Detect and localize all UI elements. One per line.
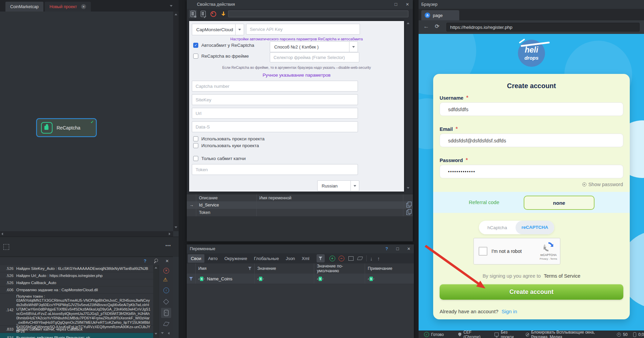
- project-tab-new-project[interactable]: Новый проект ✕: [45, 2, 91, 12]
- frame-selector-input[interactable]: [270, 52, 359, 62]
- url-input[interactable]: [446, 23, 640, 32]
- brush-icon[interactable]: [163, 322, 169, 326]
- info-filter-icon[interactable]: i: [163, 287, 169, 293]
- row-variable-cell[interactable]: [257, 201, 403, 209]
- language-dropdown[interactable]: Russian: [317, 180, 359, 191]
- project-tab-coinmarketcap[interactable]: CoinMarketcap: [5, 2, 43, 12]
- close-icon[interactable]: ✕: [165, 259, 169, 263]
- terms-of-service-link[interactable]: Terms of Service: [544, 273, 580, 279]
- more-options-icon[interactable]: •••: [165, 243, 171, 248]
- row-variable-cell[interactable]: [257, 209, 403, 216]
- close-icon[interactable]: ✕: [406, 2, 409, 7]
- signin-link[interactable]: Sign in: [502, 309, 517, 314]
- log-entry-selected[interactable]: .834Выполняю действия Plugin Результат: …: [0, 333, 153, 338]
- tab-hcaptcha[interactable]: hCaptcha: [479, 225, 516, 230]
- tab-auto[interactable]: Авто: [205, 254, 221, 263]
- service-api-key-input[interactable]: [246, 24, 360, 35]
- tab-xml[interactable]: Xml: [299, 254, 312, 263]
- mapping-row-token[interactable]: Token: [187, 209, 413, 217]
- remove-variable-icon[interactable]: −: [339, 256, 344, 261]
- frame-checkbox[interactable]: [193, 54, 198, 59]
- close-icon[interactable]: ✕: [407, 246, 410, 251]
- auto-parse-settings-link[interactable]: Настройки автоматического парсинга парам…: [189, 37, 404, 41]
- record-icon[interactable]: [209, 10, 217, 18]
- data-s-input[interactable]: [192, 121, 358, 132]
- column-note[interactable]: Примечание: [365, 263, 414, 274]
- export-icon[interactable]: ↑: [377, 256, 380, 261]
- frame-icon[interactable]: [348, 256, 354, 261]
- pin-icon[interactable]: [154, 258, 159, 263]
- tab-list-chevron-icon[interactable]: [170, 5, 173, 7]
- password-input[interactable]: [440, 165, 623, 178]
- maximize-icon[interactable]: □: [395, 2, 397, 7]
- log-entry[interactable]: .526Найден Callback_Auto: [0, 279, 153, 286]
- help-icon[interactable]: ?: [385, 246, 388, 251]
- back-icon[interactable]: ←: [423, 23, 429, 30]
- referral-code-box[interactable]: none: [524, 196, 595, 210]
- add-variable-icon[interactable]: +: [329, 256, 335, 261]
- variable-value-cell[interactable]: abc: [255, 274, 314, 284]
- log-entry[interactable]: .606Отправляю задание на : CapMonsterClo…: [0, 286, 153, 294]
- errors-filter-icon[interactable]: ✕: [163, 268, 169, 274]
- form-vscrollbar[interactable]: [405, 21, 411, 192]
- properties-view-icon[interactable]: [189, 10, 197, 18]
- log-entry-token[interactable]: .142 Получен токен : 03ANYolqtMN1TX3GCRl…: [0, 294, 153, 326]
- tab-json[interactable]: Json: [283, 254, 298, 263]
- tab-own[interactable]: Свои: [188, 254, 204, 263]
- warnings-filter-icon[interactable]: ⚠: [163, 277, 167, 283]
- use-cookies-checkbox[interactable]: [193, 143, 198, 148]
- tab-environment[interactable]: Окружение: [221, 254, 250, 263]
- scroll-down-icon[interactable]: [161, 332, 164, 334]
- variable-default-cell[interactable]: abc: [314, 274, 365, 284]
- filter-icon[interactable]: [317, 254, 325, 262]
- recaptcha-links[interactable]: Privacy - Terms: [538, 257, 559, 260]
- manual-params-link[interactable]: Ручное указывание параметров: [189, 73, 404, 78]
- fill-icon[interactable]: [163, 299, 169, 305]
- tab-recaptcha[interactable]: reCAPTCHA: [516, 221, 554, 234]
- collapse-icon[interactable]: [168, 332, 169, 335]
- help-icon[interactable]: ?: [144, 258, 146, 263]
- copy-icon[interactable]: [406, 211, 410, 215]
- status-engine[interactable]: CEF (Chrome): [458, 330, 485, 338]
- submit-only-checkbox[interactable]: [193, 156, 198, 161]
- sitekey-input[interactable]: [192, 94, 358, 105]
- method-dropdown[interactable]: Способ №2 ( Кэлбек ): [270, 41, 358, 52]
- copy-icon[interactable]: [406, 203, 410, 207]
- recaptcha-action-node[interactable]: ReCaptcha ✓: [36, 118, 97, 137]
- username-input[interactable]: [440, 102, 623, 116]
- autosubmit-checkbox[interactable]: ✓: [193, 43, 198, 48]
- device-log-icon[interactable]: [161, 308, 171, 318]
- status-blocking[interactable]: Блокировать Всплывающие окна, Реклама, М…: [526, 330, 611, 338]
- flowchart-canvas[interactable]: ReCaptcha ✓: [0, 12, 173, 231]
- token-input[interactable]: [192, 164, 358, 175]
- column-name[interactable]: Имя: [196, 263, 255, 274]
- email-input[interactable]: [440, 134, 623, 147]
- variable-note-cell[interactable]: abc: [365, 274, 414, 284]
- browser-tab-page[interactable]: h page: [421, 10, 459, 20]
- variable-row-name-coins[interactable]: abcName_Coins abc abc abc: [187, 274, 414, 284]
- status-timer[interactable]: 50: [617, 332, 627, 337]
- reload-icon[interactable]: ⟳: [435, 23, 439, 29]
- toolbar-search-input[interactable]: [228, 11, 408, 17]
- use-proxy-checkbox[interactable]: [193, 136, 198, 141]
- column-default-value[interactable]: Значение по-умолчанию: [314, 263, 365, 274]
- selection-tool-icon[interactable]: [3, 244, 9, 250]
- close-tab-icon[interactable]: ✕: [81, 4, 86, 9]
- eraser-icon[interactable]: [357, 257, 363, 260]
- log-entry[interactable]: .526Найден SiteKey_Auto : 6LcSKGYeAAAAAD…: [0, 265, 153, 272]
- captcha-number-input[interactable]: [192, 81, 358, 92]
- status-proxy[interactable]: Без прокси: [495, 330, 518, 338]
- canvas-hscrollbar[interactable]: [0, 231, 173, 237]
- column-value[interactable]: Значение: [255, 263, 314, 274]
- edit-script-icon[interactable]: [199, 10, 207, 18]
- manual-params-link-text[interactable]: Ручное указывание параметров: [263, 73, 331, 78]
- tab-global[interactable]: Глобальные: [251, 254, 282, 263]
- import-icon[interactable]: ↓: [370, 256, 373, 261]
- mapping-row-id-service[interactable]: → Id_Service: [187, 201, 413, 209]
- show-password-toggle[interactable]: Show password: [582, 182, 623, 187]
- canvas-vscrollbar[interactable]: [173, 12, 179, 231]
- url-input[interactable]: [192, 108, 358, 119]
- auto-parse-settings-link-text[interactable]: Настройки автоматического парсинга парам…: [230, 37, 363, 41]
- download-icon[interactable]: [219, 10, 227, 18]
- maximize-icon[interactable]: □: [396, 246, 399, 251]
